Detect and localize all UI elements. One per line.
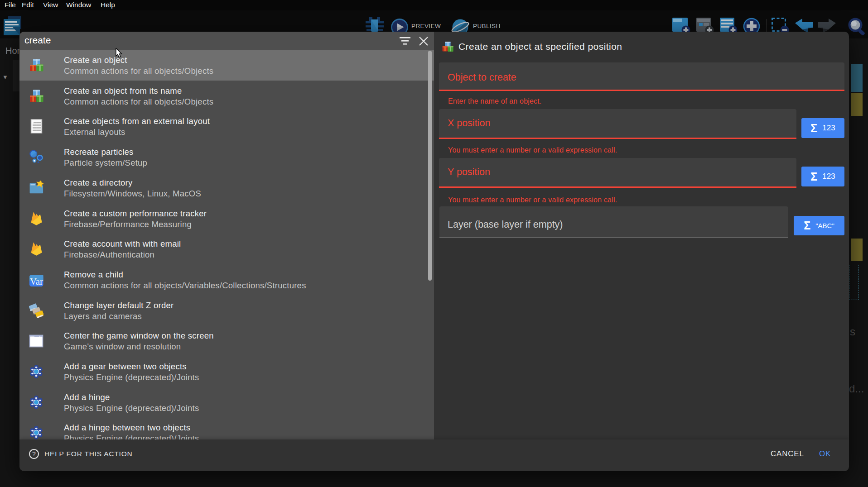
svg-text:Var: Var: [30, 276, 43, 287]
svg-text:?: ?: [32, 450, 36, 458]
